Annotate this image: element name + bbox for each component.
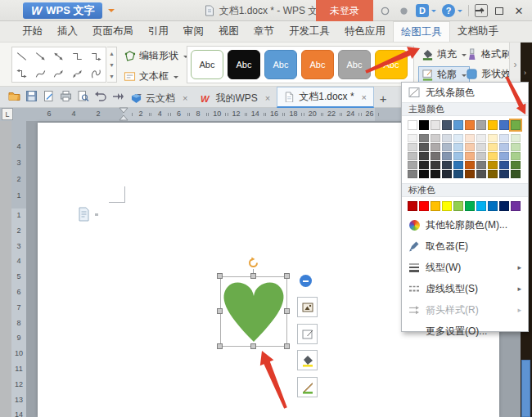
style-picture-button[interactable] xyxy=(297,297,318,317)
menu-tab-8[interactable]: 特色应用 xyxy=(337,21,393,42)
theme-variant-swatch[interactable] xyxy=(465,134,475,142)
theme-variant-swatch[interactable] xyxy=(465,152,475,160)
menu-tab-2[interactable]: 页面布局 xyxy=(85,21,141,42)
resize-handle-se[interactable] xyxy=(284,343,290,349)
theme-variant-swatch[interactable] xyxy=(511,134,521,142)
theme-color-6[interactable] xyxy=(476,120,486,130)
menu-tab-10[interactable]: 文档助手 xyxy=(450,21,506,42)
theme-variant-swatch[interactable] xyxy=(476,143,486,151)
theme-variant-swatch[interactable] xyxy=(511,161,521,169)
sync-circle-icon[interactable] xyxy=(378,4,391,17)
theme-variant-swatch[interactable] xyxy=(419,134,429,142)
outline-menu-item-4[interactable]: 箭头样式(R)▸ xyxy=(402,299,528,321)
vertical-scrollbar-thumb[interactable] xyxy=(521,360,530,417)
shape-elbow-arrow[interactable] xyxy=(87,47,106,65)
shape-elbow-double-arrow[interactable] xyxy=(12,65,31,82)
app-menu-button[interactable]: W WPS 文字 xyxy=(23,2,102,19)
fill-button[interactable]: 填充 xyxy=(419,47,469,62)
theme-variant-swatch[interactable] xyxy=(453,161,463,169)
shape-curve[interactable] xyxy=(31,65,50,82)
save-button[interactable] xyxy=(25,90,38,105)
theme-color-1[interactable] xyxy=(419,120,429,130)
shape-style-3[interactable]: Abc xyxy=(301,50,334,79)
resize-handle-s[interactable] xyxy=(250,343,256,349)
standard-color-8[interactable] xyxy=(499,201,509,211)
shape-arrow[interactable] xyxy=(31,47,50,65)
theme-variant-swatch[interactable] xyxy=(419,143,429,151)
skin-button[interactable]: D xyxy=(416,4,429,17)
text-box-button[interactable]: 文本框 xyxy=(121,69,181,84)
gallery-up-icon[interactable]: ▲ xyxy=(107,47,116,59)
theme-variant-swatch[interactable] xyxy=(431,161,440,169)
theme-color-3[interactable] xyxy=(442,120,452,130)
redo-button[interactable] xyxy=(111,90,124,105)
theme-variant-swatch[interactable] xyxy=(488,170,498,178)
theme-color-7[interactable] xyxy=(488,120,498,130)
shape-style-2[interactable]: Abc xyxy=(264,50,297,79)
theme-color-8[interactable] xyxy=(499,120,509,130)
standard-color-0[interactable] xyxy=(408,201,417,211)
theme-variant-swatch[interactable] xyxy=(431,152,440,160)
menu-tab-6[interactable]: 章节 xyxy=(246,21,282,42)
minimize-button[interactable] xyxy=(470,0,489,21)
print-preview-button[interactable] xyxy=(77,90,89,105)
ribbon-expand-strip[interactable]: › xyxy=(509,43,521,87)
theme-variant-swatch[interactable] xyxy=(442,143,452,151)
theme-variant-swatch[interactable] xyxy=(408,152,417,160)
shape-style-0[interactable]: Abc xyxy=(191,50,223,79)
outline-menu-item-5[interactable]: 更多设置(O)... xyxy=(402,321,528,342)
doc-tab-0[interactable]: 云文档× xyxy=(124,88,194,108)
format-painter-button[interactable]: 格式刷 xyxy=(463,47,513,62)
theme-variant-swatch[interactable] xyxy=(499,161,509,169)
close-button[interactable]: ✕ xyxy=(509,0,529,21)
menu-tab-9[interactable]: 绘图工具 xyxy=(393,21,450,42)
shape-style-1[interactable]: Abc xyxy=(228,50,260,79)
shape-freeform[interactable] xyxy=(87,65,106,82)
shape-elbow[interactable] xyxy=(68,47,87,65)
help-button[interactable]: ? xyxy=(442,4,455,17)
theme-variant-swatch[interactable] xyxy=(442,161,452,169)
theme-color-2[interactable] xyxy=(431,120,440,130)
outline-menu-item-3[interactable]: 虚线线型(S)▸ xyxy=(402,278,528,299)
theme-variant-swatch[interactable] xyxy=(408,143,417,151)
theme-variant-swatch[interactable] xyxy=(499,170,509,178)
theme-color-5[interactable] xyxy=(465,120,475,130)
theme-variant-swatch[interactable] xyxy=(465,161,475,169)
standard-color-9[interactable] xyxy=(511,201,521,211)
theme-variant-swatch[interactable] xyxy=(431,143,440,151)
app-menu-caret-icon[interactable] xyxy=(108,9,115,16)
menu-tab-4[interactable]: 审阅 xyxy=(176,21,211,42)
doc-tab-2[interactable]: 文档1.docx *× xyxy=(277,87,374,108)
theme-variant-swatch[interactable] xyxy=(408,134,417,142)
standard-color-6[interactable] xyxy=(476,201,486,211)
shape-line[interactable] xyxy=(12,47,31,65)
theme-color-0[interactable] xyxy=(408,120,417,130)
theme-variant-swatch[interactable] xyxy=(511,170,521,178)
print-button[interactable] xyxy=(60,90,72,105)
outline-button[interactable]: 轮廓 xyxy=(418,66,470,83)
theme-variant-swatch[interactable] xyxy=(476,134,486,142)
theme-variant-swatch[interactable] xyxy=(499,143,509,151)
theme-variant-swatch[interactable] xyxy=(511,143,521,151)
theme-variant-swatch[interactable] xyxy=(442,170,452,178)
theme-variant-swatch[interactable] xyxy=(488,152,498,160)
new-tab-button[interactable]: + xyxy=(374,88,392,108)
theme-variant-swatch[interactable] xyxy=(431,134,440,142)
outline-menu-item-2[interactable]: 线型(W)▸ xyxy=(402,257,528,278)
resize-handle-ne[interactable] xyxy=(284,273,290,279)
maximize-button[interactable] xyxy=(489,0,509,21)
gallery-down-icon[interactable]: ▼ xyxy=(107,59,116,70)
status-dot-icon[interactable] xyxy=(397,4,410,17)
theme-variant-swatch[interactable] xyxy=(476,161,486,169)
fill-color-button[interactable] xyxy=(297,350,318,370)
theme-variant-swatch[interactable] xyxy=(511,152,521,160)
close-tab-icon[interactable]: × xyxy=(362,92,367,102)
theme-variant-swatch[interactable] xyxy=(465,170,475,178)
open-folder-button[interactable] xyxy=(8,90,20,105)
save-as-button[interactable] xyxy=(43,90,55,105)
resize-handle-nw[interactable] xyxy=(217,273,223,279)
shape-double-arrow[interactable] xyxy=(50,47,69,65)
theme-color-9[interactable] xyxy=(511,120,521,130)
standard-color-7[interactable] xyxy=(488,201,498,211)
theme-variant-swatch[interactable] xyxy=(476,170,486,178)
